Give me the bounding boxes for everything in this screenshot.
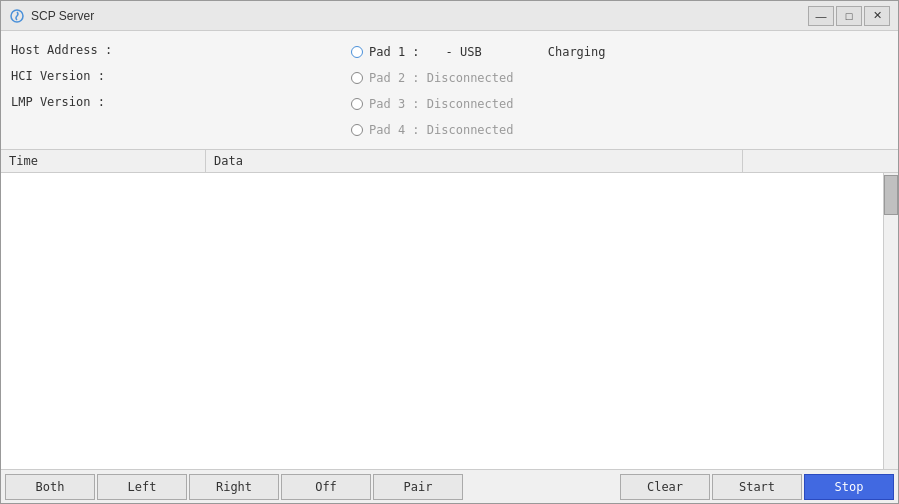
stop-button[interactable]: Stop: [804, 474, 894, 500]
pad1-radio[interactable]: [351, 46, 363, 58]
device-info: Host Address : HCI Version : LMP Version…: [11, 39, 351, 141]
pad1-row: Pad 1 : - USB Charging: [351, 41, 888, 63]
scrollbar[interactable]: [883, 173, 898, 469]
pad2-radio[interactable]: [351, 72, 363, 84]
table-header: Time Data: [1, 150, 898, 173]
app-icon: [9, 8, 25, 24]
pad4-row: Pad 4 : Disconnected: [351, 119, 888, 141]
title-bar: SCP Server — □ ✕: [1, 1, 898, 31]
table-content[interactable]: [1, 173, 883, 469]
pad1-label: Pad 1 :: [369, 45, 420, 59]
pad2-label: Pad 2 : Disconnected: [369, 71, 514, 85]
window-controls: — □ ✕: [808, 6, 890, 26]
pad1-charging: Charging: [548, 45, 606, 59]
pad4-radio[interactable]: [351, 124, 363, 136]
left-button[interactable]: Left: [97, 474, 187, 500]
start-button[interactable]: Start: [712, 474, 802, 500]
minimize-button[interactable]: —: [808, 6, 834, 26]
off-button[interactable]: Off: [281, 474, 371, 500]
extra-column-header: [743, 150, 898, 172]
maximize-button[interactable]: □: [836, 6, 862, 26]
table-body: [1, 173, 898, 469]
pad3-row: Pad 3 : Disconnected: [351, 93, 888, 115]
bottom-toolbar: Both Left Right Off Pair Clear Start Sto…: [1, 469, 898, 503]
close-button[interactable]: ✕: [864, 6, 890, 26]
scrollbar-thumb[interactable]: [884, 175, 898, 215]
host-address-row: Host Address :: [11, 39, 351, 61]
right-buttons: Clear Start Stop: [620, 474, 894, 500]
data-panel: Time Data: [1, 150, 898, 469]
both-button[interactable]: Both: [5, 474, 95, 500]
lmp-version-label: LMP Version :: [11, 95, 141, 109]
hci-version-row: HCI Version :: [11, 65, 351, 87]
host-address-label: Host Address :: [11, 43, 141, 57]
info-panel: Host Address : HCI Version : LMP Version…: [1, 31, 898, 150]
pad1-usb: - USB: [446, 45, 482, 59]
time-column-header: Time: [1, 150, 206, 172]
pad2-row: Pad 2 : Disconnected: [351, 67, 888, 89]
hci-version-label: HCI Version :: [11, 69, 141, 83]
pair-button[interactable]: Pair: [373, 474, 463, 500]
pad4-label: Pad 4 : Disconnected: [369, 123, 514, 137]
pad3-radio[interactable]: [351, 98, 363, 110]
clear-button[interactable]: Clear: [620, 474, 710, 500]
pads-panel: Pad 1 : - USB Charging Pad 2 : Disconnec…: [351, 39, 888, 141]
pad3-label: Pad 3 : Disconnected: [369, 97, 514, 111]
window-title: SCP Server: [31, 9, 808, 23]
main-window: SCP Server — □ ✕ Host Address : HCI Vers…: [0, 0, 899, 504]
right-button[interactable]: Right: [189, 474, 279, 500]
lmp-version-row: LMP Version :: [11, 91, 351, 113]
data-column-header: Data: [206, 150, 743, 172]
data-table: Time Data: [1, 150, 898, 469]
